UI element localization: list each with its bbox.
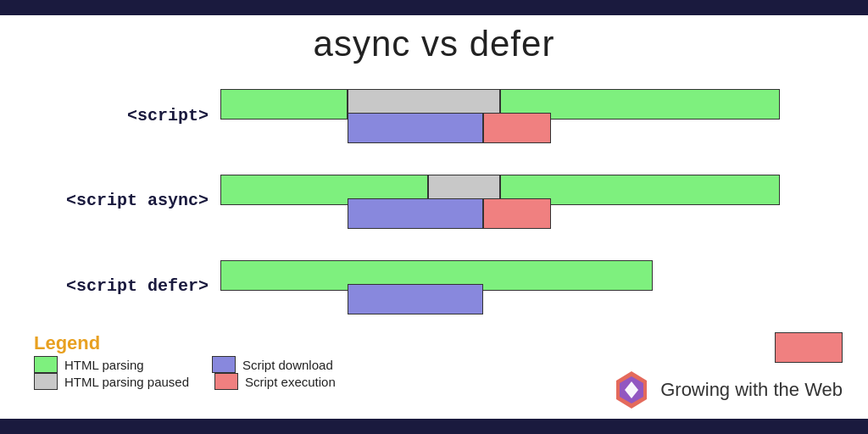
diagram: <script> <script async>	[25, 73, 843, 329]
script-defer-row: <script defer>	[25, 257, 843, 316]
legend-label-script-dl: Script download	[242, 358, 333, 372]
legend: Legend HTML parsing Script download	[34, 332, 367, 390]
legend-row-2: HTML parsing paused Script execution	[34, 373, 367, 390]
legend-item-html-parse: HTML parsing	[34, 356, 186, 373]
script-async-row: <script async>	[25, 171, 843, 231]
legend-label-html-paused: HTML parsing paused	[64, 375, 189, 389]
branding: Growing with the Web	[611, 370, 843, 410]
legend-label-script-exec: Script execution	[245, 375, 336, 389]
script-dl-bar-2	[348, 198, 483, 229]
legend-label-html-parse: HTML parsing	[64, 358, 144, 372]
legend-row-1: HTML parsing Script download	[34, 356, 367, 373]
legend-item-script-dl: Script download	[212, 356, 364, 373]
script-dl-bar-1	[348, 113, 483, 143]
brand-text: Growing with the Web	[660, 379, 843, 401]
legend-exec-standalone	[775, 332, 843, 363]
main-content: async vs defer <script> <script async>	[0, 15, 868, 419]
script-exec-bar-2	[483, 198, 551, 229]
legend-box-script-exec	[214, 373, 238, 390]
legend-item-html-paused: HTML parsing paused	[34, 373, 189, 390]
script-async-timeline	[220, 171, 843, 231]
html-parse-bar-1a	[220, 89, 348, 120]
script-timeline	[220, 86, 843, 145]
page-title: async vs defer	[25, 24, 843, 64]
legend-box-html-parse	[34, 356, 58, 373]
legend-item-script-exec: Script execution	[214, 373, 367, 390]
legend-box-html-paused	[34, 373, 58, 390]
legend-rows: HTML parsing Script download HTML parsin…	[34, 356, 367, 390]
script-label: <script>	[25, 106, 220, 125]
top-bar	[0, 0, 868, 15]
script-row: <script>	[25, 86, 843, 145]
script-exec-bar-1	[483, 113, 551, 143]
legend-title: Legend	[34, 332, 367, 354]
brand-logo	[611, 370, 652, 410]
script-dl-bar-3	[348, 284, 483, 314]
script-defer-label: <script defer>	[25, 276, 220, 296]
legend-box-script-dl	[212, 356, 236, 373]
script-async-label: <script async>	[25, 191, 220, 210]
bottom-bar	[0, 419, 868, 434]
script-defer-timeline	[220, 257, 843, 316]
